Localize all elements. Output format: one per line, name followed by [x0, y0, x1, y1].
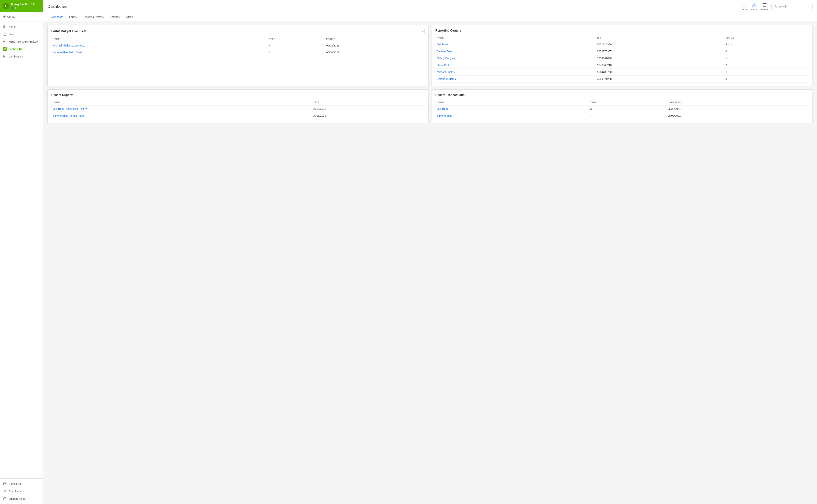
recent-transactions-table: NAME TYPE DATE FILED Jeff Trom 3 06/22/2… — [435, 100, 809, 119]
table-row: Usain Bolt 9876543210 2 — [435, 62, 809, 69]
sidebar-item-section16-label: Section 16 — [9, 48, 22, 51]
page-title: Dashboard — [47, 4, 68, 9]
ro-forms: 1 — [724, 55, 809, 62]
table-row: Michael Phelps 5564489700 1 — [435, 69, 809, 76]
table-row: Jeff Trom 3 06/22/2021 — [435, 105, 809, 112]
table-row: Serena Williams 4569871230 0 — [435, 76, 809, 83]
sidebar-item-certifications[interactable]: Certifications — [0, 53, 43, 60]
create-section: ⊕ Create — [0, 12, 43, 21]
col-period: PERIOD — [325, 36, 425, 42]
form-name-link[interactable]: Simone Biles 2021-06-08 — [53, 51, 82, 54]
report-name-link[interactable]: Simone Biles Annual Report — [53, 114, 85, 117]
forms-not-filed-dropdown[interactable]: ▾ — [420, 29, 425, 33]
sidebar-item-xbrl[interactable]: XBRL Taxonomy Analyzer — [0, 38, 43, 45]
ro-name-link[interactable]: Michael Phelps — [437, 71, 455, 74]
create-action-button[interactable]: Create — [741, 2, 747, 11]
tab-libraries[interactable]: Libraries — [107, 13, 123, 21]
recent-transactions-header: Recent Transactions — [435, 93, 809, 97]
report-name-link[interactable]: Jeff Trom Transaction History — [53, 107, 87, 110]
reporting-owners-title: Reporting Owners — [435, 29, 461, 32]
reporting-owners-header: Reporting Owners — [435, 29, 809, 32]
forms-not-filed-panel: Forms not yet Live Filed ▾ NAME TYPE PER… — [47, 25, 429, 86]
sidebar: F Filing Section 16 👤 3 ⊕ Create Home Fi… — [0, 0, 43, 504]
ro-forms: 2 — [724, 62, 809, 69]
sidebar-item-section16[interactable]: 16 Section 16 — [0, 45, 43, 53]
create-action-label: Create — [741, 8, 747, 11]
col-rr-name: NAME — [51, 100, 311, 105]
tab-reporting-owners[interactable]: Reporting Owners — [80, 13, 107, 21]
table-row: Simone Biles 4 06/08/2021 — [435, 112, 809, 119]
content-area: Forms not yet Live Filed ▾ NAME TYPE PER… — [43, 21, 817, 504]
sidebar-item-home-label: Home — [9, 25, 15, 28]
user-count: 3 — [15, 7, 16, 9]
tabs: Dashboard Forms Reporting Owners Librari… — [43, 13, 817, 21]
ro-forms: 1 — [724, 69, 809, 76]
tab-forms[interactable]: Forms — [66, 13, 80, 21]
search-input[interactable] — [778, 5, 810, 8]
create-label: Create — [7, 15, 15, 18]
table-row: Simone Biles 9009870987 0 — [435, 48, 809, 55]
ro-name-link[interactable]: Gabby Douglas — [437, 57, 455, 60]
import-action-label: Import — [751, 8, 757, 11]
svg-line-10 — [776, 7, 776, 8]
forms-not-filed-title: Forms not yet Live Filed — [51, 29, 86, 33]
sidebar-item-files[interactable]: Files — [0, 30, 43, 38]
form-name-link[interactable]: Michael Phelps 2021-06-22 — [53, 44, 85, 47]
sidebar-item-home[interactable]: Home — [0, 23, 43, 30]
recent-reports-header: Recent Reports — [51, 93, 425, 97]
transaction-name-link[interactable]: Jeff Trom — [437, 107, 448, 110]
col-rt-name: NAME — [435, 100, 589, 105]
tab-admin[interactable]: Admin — [123, 13, 136, 21]
col-rr-date: DATE — [311, 100, 424, 105]
svg-point-2 — [4, 490, 5, 491]
transaction-name-link[interactable]: Simone Biles — [437, 114, 452, 117]
forms-dropdown[interactable]: ▾ — [729, 43, 732, 46]
help-icon — [3, 497, 7, 501]
search-icon — [774, 5, 777, 8]
form-type: 3 — [267, 49, 325, 56]
table-row: Simone Biles 2021-06-08 3 06/08/2021 — [51, 49, 425, 56]
user-icon — [3, 489, 7, 493]
sidebar-item-xbrl-label: XBRL Taxonomy Analyzer — [9, 40, 39, 43]
sidebar-item-files-label: Files — [9, 33, 14, 36]
ro-cik: 5564489700 — [596, 69, 724, 76]
ro-cik: 0001115306 — [596, 41, 724, 48]
sidebar-item-support[interactable]: Support Center — [0, 495, 43, 503]
transaction-date: 06/22/2021 — [666, 105, 809, 112]
forms-not-filed-header: Forms not yet Live Filed ▾ — [51, 29, 425, 33]
sidebar-nav: Home Files XBRL Taxonomy Analyzer 16 Sec… — [0, 21, 43, 478]
tab-dashboard[interactable]: Dashboard — [47, 13, 66, 21]
app-avatar: F — [3, 3, 9, 9]
mail-icon — [3, 482, 7, 486]
table-row: Gabby Douglas 1234567890 1 — [435, 55, 809, 62]
import-action-button[interactable]: Import — [751, 2, 757, 11]
search-box[interactable] — [771, 4, 813, 9]
recent-reports-panel: Recent Reports NAME DATE Jeff Trom Trans… — [47, 89, 429, 123]
create-button[interactable]: ⊕ Create — [3, 15, 15, 19]
form-period: 06/22/2021 — [325, 42, 425, 49]
files-icon — [3, 32, 7, 36]
sidebar-item-user[interactable]: Greg Lindahl — [0, 488, 43, 495]
sidebar-item-certifications-label: Certifications — [9, 55, 24, 58]
recent-reports-table: NAME DATE Jeff Trom Transaction History … — [51, 100, 425, 119]
transaction-type: 3 — [589, 105, 666, 112]
table-row: Simone Biles Annual Report 06/08/2021 — [51, 112, 425, 119]
report-date: 06/22/2021 — [311, 105, 424, 112]
sidebar-item-contact[interactable]: Contact Us — [0, 480, 43, 488]
col-ro-cik: CIK — [596, 35, 724, 41]
recent-transactions-title: Recent Transactions — [435, 93, 465, 97]
sidebar-header: F Filing Section 16 👤 3 — [0, 0, 43, 12]
ro-name-link[interactable]: Usain Bolt — [437, 64, 449, 67]
report-date: 06/08/2021 — [311, 112, 424, 119]
delete-action-button[interactable]: Delete — [761, 2, 768, 11]
main-content: Dashboard Create Import Delete — [43, 0, 817, 504]
ro-name-link[interactable]: Serena Williams — [437, 77, 456, 80]
ro-cik: 1234567890 — [596, 55, 724, 62]
home-icon — [3, 25, 7, 29]
topbar-actions: Create Import Delete — [741, 2, 813, 11]
panels-grid: Forms not yet Live Filed ▾ NAME TYPE PER… — [47, 25, 813, 123]
ro-name-link[interactable]: Simone Biles — [437, 50, 452, 53]
ro-name-link[interactable]: Jeff Trom — [437, 43, 448, 46]
ro-forms: 0 — [724, 48, 809, 55]
col-rt-date: DATE FILED — [666, 100, 809, 105]
